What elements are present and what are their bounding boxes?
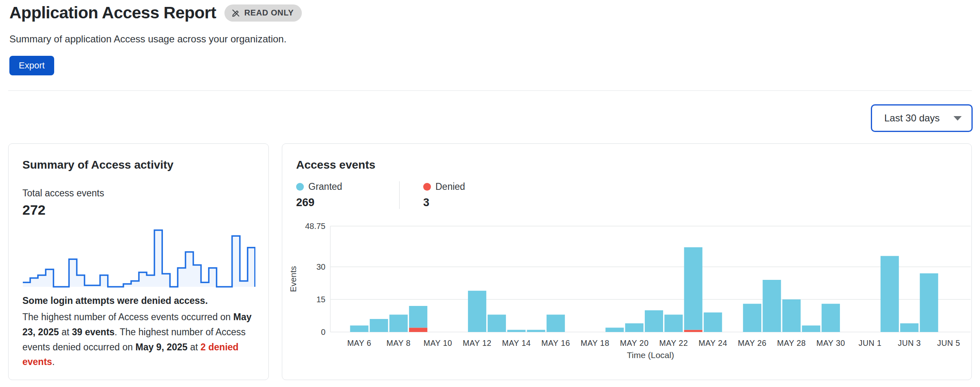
read-only-badge-label: READ ONLY: [244, 8, 294, 18]
svg-text:MAY 8: MAY 8: [387, 339, 411, 347]
svg-text:MAY 28: MAY 28: [777, 339, 806, 347]
chart-legend: Granted 269 Denied 3: [296, 181, 971, 209]
svg-text:JUN 3: JUN 3: [898, 339, 921, 347]
access-events-chart: 0153048.75EventsMAY 6MAY 8MAY 10MAY 12MA…: [282, 221, 972, 366]
granted-dot-icon: [296, 183, 304, 191]
svg-text:Time (Local): Time (Local): [627, 350, 674, 360]
legend-item-granted: Granted 269: [296, 181, 399, 209]
svg-text:MAY 20: MAY 20: [620, 339, 649, 347]
time-range-value: Last 30 days: [884, 112, 940, 124]
peak-events-count: 39 events: [72, 327, 115, 337]
summary-card: Summary of Access activity Total access …: [8, 143, 269, 380]
chevron-down-icon: [954, 116, 962, 121]
peak-denied-date: May 9, 2025: [135, 342, 187, 352]
denied-dot-icon: [423, 183, 431, 191]
pencil-slash-icon: [231, 8, 241, 18]
events-card-title: Access events: [296, 158, 971, 172]
export-button[interactable]: Export: [9, 56, 54, 75]
svg-text:MAY 22: MAY 22: [659, 339, 688, 347]
svg-text:MAY 10: MAY 10: [424, 339, 453, 347]
svg-text:0: 0: [321, 328, 325, 336]
summary-card-title: Summary of Access activity: [22, 158, 255, 172]
report-detail-text: The highest number of Access events occu…: [22, 310, 255, 369]
denied-access-alert: Some login attempts were denied access.: [22, 295, 255, 306]
events-card: Access events Granted 269 Denied 3 01530…: [282, 143, 972, 380]
svg-text:Events: Events: [288, 266, 298, 292]
svg-text:MAY 24: MAY 24: [699, 339, 727, 347]
total-events-value: 272: [22, 202, 255, 218]
svg-text:MAY 16: MAY 16: [541, 339, 570, 347]
time-range-select[interactable]: Last 30 days: [871, 104, 973, 132]
svg-text:JUN 5: JUN 5: [937, 339, 960, 347]
svg-text:MAY 30: MAY 30: [816, 339, 845, 347]
legend-label-denied: Denied: [435, 181, 465, 192]
legend-label-granted: Granted: [308, 181, 342, 192]
page-title: Application Access Report: [9, 3, 216, 22]
legend-item-denied: Denied 3: [400, 181, 465, 209]
svg-text:JUN 1: JUN 1: [859, 339, 882, 347]
legend-value-denied: 3: [423, 196, 465, 209]
legend-value-granted: 269: [296, 196, 399, 209]
svg-text:30: 30: [316, 262, 325, 271]
page-subtitle: Summary of application Access usage acro…: [9, 33, 302, 45]
svg-text:MAY 18: MAY 18: [581, 339, 610, 347]
svg-text:MAY 26: MAY 26: [738, 339, 767, 347]
read-only-badge: READ ONLY: [224, 4, 302, 22]
svg-text:MAY 12: MAY 12: [463, 339, 492, 347]
svg-text:48.75: 48.75: [305, 222, 325, 231]
svg-text:MAY 14: MAY 14: [502, 339, 531, 347]
total-events-label: Total access events: [22, 188, 255, 199]
header-divider: [8, 90, 972, 91]
access-activity-sparkline: [22, 228, 255, 289]
svg-text:MAY 6: MAY 6: [347, 339, 371, 347]
svg-text:15: 15: [316, 295, 325, 304]
page-header: Application Access Report READ ONLY Summ…: [9, 3, 302, 75]
